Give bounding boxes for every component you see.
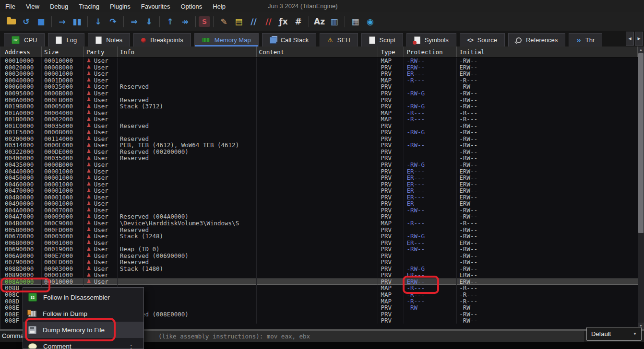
table-row[interactable]: 0020000000114000♟UserReservedPRV-RW-- (0, 136, 638, 142)
column-header-content[interactable]: Content (257, 47, 379, 57)
menu-view[interactable]: View (21, 0, 45, 12)
cell-content (257, 239, 379, 246)
tab-seh[interactable]: ⚠SEH (320, 33, 358, 47)
table-row[interactable]: 0049000000001000♟UserPRVER---ERW-- (0, 200, 638, 207)
table-row[interactable]: 0001000000010000♟UserMAP-RW---RW-- (0, 58, 638, 64)
menu-item-dump-memory-to-file[interactable]: Dump Memory to File (23, 322, 143, 338)
table-row[interactable]: 0045000000001000♟UserPRVER---ERW-- (0, 174, 638, 181)
step-over-button[interactable]: ↷ (106, 15, 120, 28)
table-row[interactable]: 0003000000001000♟UserPRVER---ERW-- (0, 70, 638, 77)
menu-debug[interactable]: Debug (45, 0, 73, 12)
table-row[interactable]: 0068000000001000♟UserPRVER---ERW-- (0, 239, 638, 246)
tab-symbols[interactable]: Symbols (406, 33, 456, 47)
table-row[interactable]: 0044000000001000♟UserPRVER---ERW-- (0, 168, 638, 174)
table-row[interactable]: 003140000000E000♟UserPEB, TEB (4612), Wo… (0, 142, 638, 149)
tab-source[interactable]: <>Source (460, 33, 505, 47)
menu-item-follow-in-disassembler[interactable]: 32Follow in Disassembler (23, 289, 143, 305)
pause-button[interactable]: ▮▮ (70, 15, 84, 28)
table-row[interactable]: 008A000000010000♟UserPRVERW--ERW-- (0, 279, 638, 285)
table-row[interactable]: 001F50000000B000♟UserPRV-RW-G-RW-- (0, 129, 638, 136)
menu-help[interactable]: Help (207, 0, 231, 12)
text-az-button[interactable]: Az (312, 15, 327, 28)
column-header-info[interactable]: Info (118, 47, 257, 57)
vertical-scrollbar[interactable]: ▲ ▼ (638, 47, 644, 329)
world-button[interactable]: ◉ (363, 15, 378, 28)
table-row[interactable]: 004A700000009000♟UserReserved (004A0000)… (0, 213, 638, 220)
tab-cpu[interactable]: 32CPU (4, 33, 45, 47)
run-button[interactable]: → (55, 15, 70, 28)
table-row[interactable]: 000A0000000FB000♟UserReservedPRV-RW-- (0, 96, 638, 103)
tab-memory-map[interactable]: Memory Map (194, 33, 259, 47)
tab-breakpoints[interactable]: Breakpoints (133, 33, 191, 47)
open-file-button[interactable] (4, 15, 19, 28)
column-header-type[interactable]: Type (378, 47, 404, 57)
tab-notes[interactable]: Notes (88, 33, 130, 47)
table-row[interactable]: 000950000000B000♟UserPRV-RW-G-RW-- (0, 90, 638, 97)
memory-device-button[interactable]: ▥ (327, 15, 342, 28)
menu-options[interactable]: Options (175, 0, 207, 12)
column-header-party[interactable]: Party (84, 47, 118, 57)
table-row[interactable]: 00790000000FD000♟UserReservedPRV-RW-- (0, 259, 638, 266)
tab-log[interactable]: Log (48, 33, 84, 47)
table-row[interactable]: 0048000000001000♟UserPRVER---ERW-- (0, 194, 638, 200)
tab-script[interactable]: Script (361, 33, 403, 47)
menu-favourites[interactable]: Favourites (136, 0, 176, 12)
tab-references[interactable]: References (508, 33, 565, 47)
run-to-cursor-button[interactable]: ⇒ (127, 15, 142, 28)
skip-next-button[interactable]: S (199, 16, 210, 27)
column-header-initial[interactable]: Initial (457, 47, 638, 57)
hash-button[interactable]: # (291, 15, 306, 28)
column-header-size[interactable]: Size (42, 47, 84, 57)
table-row[interactable]: 0069000000019000♟UserHeap (ID 0)PRV-RW--… (0, 246, 638, 253)
table-row[interactable]: 004350000000B000♟UserPRV-RW-G-RW-- (0, 162, 638, 168)
tab-scroll-left-button[interactable]: ◀ (626, 32, 634, 46)
trace-over-button[interactable]: ∕∕ (261, 15, 276, 28)
table-row[interactable]: 0002000000008000♟UserPRVERW--ERW-- (0, 64, 638, 71)
menu-item-follow-in-dump[interactable]: Follow in Dump (23, 305, 143, 322)
table-row[interactable]: 0046000000001000♟UserPRVER---ERW-- (0, 181, 638, 187)
profile-dropdown[interactable]: Default ▼ (586, 327, 642, 341)
stop-button[interactable]: ■ (34, 15, 48, 28)
step-out-button[interactable]: ↑ (163, 15, 178, 28)
scroll-up-button[interactable]: ▲ (638, 47, 644, 53)
run-to-user-code-button[interactable]: ↠ (178, 15, 192, 28)
expression-fx-button[interactable]: ƒx (276, 15, 291, 28)
table-row[interactable]: 000400000001D000♟UserMAP-R----R--- (0, 77, 638, 84)
column-header-protection[interactable]: Protection (404, 47, 457, 57)
table-row[interactable]: 0047000000001000♟UserPRVER---ERW-- (0, 187, 638, 194)
tab-call-stack[interactable]: Call Stack (262, 33, 317, 47)
table-row[interactable]: 0006000000035000♟UserReservedPRV-RW-- (0, 83, 638, 90)
menu-tracing[interactable]: Tracing (73, 0, 105, 12)
tab-scroll-right-button[interactable]: ▶ (635, 32, 643, 46)
table-row[interactable]: 00580000000FD000♟UserReservedPRV-RW-- (0, 226, 638, 233)
menu-plugins[interactable]: Plugins (105, 0, 136, 12)
calculator-button[interactable]: ▦ (348, 15, 363, 28)
table-row[interactable]: 0089000000001000♟UserPRVER---ERW-- (0, 272, 638, 279)
table-row[interactable]: 00322000000DE000♟UserReserved (00200000)… (0, 149, 638, 155)
cell-info (118, 162, 257, 168)
table-row[interactable]: 0067D00000003000♟UserStack (1248)PRV-RW-… (0, 233, 638, 240)
patch-button[interactable]: ✎ (216, 15, 231, 28)
table-row[interactable]: 004A000000007000♟UserPRV-RW---RW-- (0, 207, 638, 214)
menu-item-comment[interactable]: Comment; (23, 338, 143, 349)
table-row[interactable]: 0019B00000005000♟UserStack (3712)PRV-RW-… (0, 103, 638, 110)
step-into-button[interactable]: ↓ (91, 15, 106, 28)
cell-info: Reserved (118, 136, 257, 142)
tab-thr[interactable]: »Thr (569, 33, 602, 47)
scrollbar-thumb[interactable] (638, 53, 644, 233)
column-header-address[interactable]: Address (0, 47, 42, 57)
step-out-down-button[interactable]: ⇓ (142, 15, 156, 28)
trace-into-button[interactable]: ∕∕ (246, 15, 261, 28)
cell-initial: -R--- (457, 285, 638, 291)
table-row[interactable]: 0088D00000003000♟UserStack (1480)PRV-RW-… (0, 266, 638, 272)
table-row[interactable]: 0040000000035000♟UserReservedPRV-RW-- (0, 155, 638, 162)
app-window: FileViewDebugTracingPluginsFavouritesOpt… (0, 0, 644, 349)
comment-button[interactable]: ▤ (231, 15, 246, 28)
table-row[interactable]: 001C000000035000♟UserReservedPRV-RW-- (0, 122, 638, 129)
table-row[interactable]: 004B0000000C9000♟User\Device\HarddiskVol… (0, 220, 638, 227)
restart-button[interactable]: ↺ (19, 15, 34, 28)
menu-file[interactable]: File (0, 0, 21, 12)
table-row[interactable]: 006A9000000E7000♟UserReserved (00690000)… (0, 252, 638, 259)
table-row[interactable]: 001A000000004000♟UserMAP-R----R--- (0, 109, 638, 116)
table-row[interactable]: 001B000000002000♟UserMAP-R----R--- (0, 116, 638, 123)
